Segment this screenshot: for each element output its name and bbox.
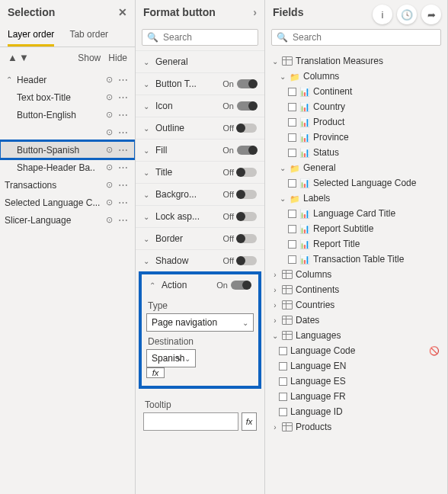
- table-columns[interactable]: ›Columns: [267, 267, 446, 282]
- format-search[interactable]: 🔍: [142, 29, 258, 46]
- tree-item-header[interactable]: ⌃ Header ⊙ ⋯: [0, 71, 135, 88]
- toggle-shadow[interactable]: [237, 256, 257, 265]
- fmt-action[interactable]: ⌃ Action On: [146, 274, 254, 296]
- table-countries[interactable]: ›Countries: [267, 297, 446, 313]
- checkbox[interactable]: [288, 225, 296, 233]
- more-icon[interactable]: ⋯: [116, 197, 130, 208]
- toggle-lock-aspect[interactable]: [237, 212, 257, 221]
- field-status[interactable]: 📊Status: [267, 145, 446, 160]
- checkbox[interactable]: [288, 133, 296, 142]
- folder-columns[interactable]: ⌄ Columns: [267, 69, 446, 84]
- visibility-icon[interactable]: ⊙: [106, 145, 113, 155]
- fmt-border[interactable]: ⌄ Border Off: [136, 227, 264, 249]
- close-selection-button[interactable]: ✕: [118, 6, 127, 18]
- destination-select[interactable]: Spanish ⌄: [146, 349, 196, 367]
- checkbox[interactable]: [279, 408, 287, 416]
- more-icon[interactable]: ⋯: [116, 109, 130, 120]
- table-dates[interactable]: ›Dates: [267, 313, 446, 328]
- field-language-code[interactable]: Language Code🚫: [267, 343, 446, 358]
- tab-layer-order[interactable]: Layer order: [8, 24, 54, 47]
- tooltip-input[interactable]: [143, 412, 238, 431]
- tree-item-textbox-title[interactable]: Text box-Title ⊙ ⋯: [0, 88, 135, 106]
- fmt-general[interactable]: ⌄ General: [136, 50, 264, 72]
- fmt-shadow[interactable]: ⌄ Shadow Off: [136, 249, 264, 271]
- checkbox[interactable]: [288, 255, 296, 264]
- checkbox[interactable]: [279, 362, 287, 370]
- more-icon[interactable]: ⋯: [116, 91, 130, 103]
- checkbox[interactable]: [279, 347, 287, 355]
- field-language-es[interactable]: Language ES: [267, 374, 446, 389]
- info-button[interactable]: i: [373, 5, 392, 24]
- tree-item-slicer-language[interactable]: Slicer-Language ⊙ ⋯: [0, 211, 135, 229]
- move-down-button[interactable]: ▼: [19, 52, 29, 63]
- checkbox[interactable]: [288, 210, 296, 218]
- fmt-button-text[interactable]: ⌄ Button T... On: [136, 72, 264, 95]
- table-translation-measures[interactable]: ⌄ Translation Measures: [267, 53, 446, 69]
- type-select[interactable]: Page navigation ⌄: [146, 313, 254, 332]
- tree-item-shape-header[interactable]: Shape-Header Ba.. ⊙ ⋯: [0, 159, 135, 176]
- folder-labels[interactable]: ⌄ Labels: [267, 191, 446, 206]
- visibility-icon[interactable]: ⊙: [106, 215, 113, 225]
- field-transaction-table-title[interactable]: 📊Transaction Table Title: [267, 252, 446, 267]
- checkbox[interactable]: [288, 88, 296, 96]
- fx-tooltip-button[interactable]: fx: [242, 412, 257, 431]
- fx-destination-button[interactable]: fx: [146, 367, 165, 378]
- field-province[interactable]: 📊Province: [267, 130, 446, 145]
- checkbox[interactable]: [288, 103, 296, 111]
- tab-tab-order[interactable]: Tab order: [69, 24, 108, 47]
- caret-icon[interactable]: ⌃: [5, 75, 14, 84]
- table-products[interactable]: ›Products: [267, 419, 446, 435]
- toggle-button-text[interactable]: [237, 79, 257, 88]
- checkbox[interactable]: [288, 179, 296, 188]
- field-language-id[interactable]: Language ID: [267, 404, 446, 419]
- tree-item-transactions[interactable]: Transactions ⊙ ⋯: [0, 176, 135, 194]
- tree-item-selected-language[interactable]: Selected Language C... ⊙ ⋯: [0, 194, 135, 211]
- toggle-action[interactable]: [231, 281, 251, 290]
- toggle-icon[interactable]: [237, 101, 257, 111]
- field-country[interactable]: 📊Country: [267, 99, 446, 114]
- field-selected-language-code[interactable]: 📊Selected Language Code: [267, 175, 446, 191]
- more-icon[interactable]: ⋯: [116, 127, 130, 138]
- more-icon[interactable]: ⋯: [116, 179, 130, 191]
- collapse-format-button[interactable]: ›: [253, 6, 257, 18]
- more-icon[interactable]: ⋯: [116, 214, 130, 226]
- more-icon[interactable]: ⋯: [116, 162, 130, 173]
- checkbox[interactable]: [288, 118, 296, 127]
- toggle-fill[interactable]: [237, 146, 257, 155]
- field-language-en[interactable]: Language EN: [267, 358, 446, 374]
- toggle-title[interactable]: [237, 168, 257, 177]
- fmt-lock-aspect[interactable]: ⌄ Lock asp... Off: [136, 205, 264, 227]
- fmt-background[interactable]: ⌄ Backgro... Off: [136, 183, 264, 205]
- table-languages[interactable]: ⌄Languages: [267, 328, 446, 343]
- field-continent[interactable]: 📊Continent: [267, 84, 446, 99]
- history-button[interactable]: 🕓: [397, 5, 417, 24]
- tree-item-button-english[interactable]: Button-English ⊙ ⋯: [0, 106, 135, 124]
- more-icon[interactable]: ⋯: [116, 74, 130, 85]
- share-button[interactable]: ➦: [421, 5, 441, 24]
- field-report-title[interactable]: 📊Report Title: [267, 236, 446, 252]
- table-continents[interactable]: ›Continents: [267, 282, 446, 297]
- toggle-background[interactable]: [237, 190, 257, 199]
- checkbox[interactable]: [279, 393, 287, 401]
- toggle-border[interactable]: [237, 234, 257, 243]
- field-report-subtitle[interactable]: 📊Report Subtitle: [267, 221, 446, 236]
- fmt-fill[interactable]: ⌄ Fill On: [136, 139, 264, 161]
- visibility-icon[interactable]: ⊙: [106, 92, 113, 102]
- checkbox[interactable]: [279, 377, 287, 386]
- checkbox[interactable]: [288, 149, 296, 157]
- tree-item-button-french[interactable]: Button-French ⊙ ⋯: [0, 124, 135, 141]
- visibility-icon[interactable]: ⊙: [106, 75, 113, 85]
- visibility-icon[interactable]: ⊙: [106, 162, 113, 172]
- visibility-icon[interactable]: ⊙: [106, 127, 113, 137]
- toggle-outline[interactable]: [237, 124, 257, 133]
- fmt-icon[interactable]: ⌄ Icon On: [136, 95, 264, 117]
- field-product[interactable]: 📊Product: [267, 114, 446, 130]
- folder-general[interactable]: ⌄ General: [267, 160, 446, 175]
- field-language-fr[interactable]: Language FR: [267, 389, 446, 404]
- hide-button[interactable]: Hide: [108, 53, 127, 63]
- show-button[interactable]: Show: [78, 53, 101, 63]
- move-up-button[interactable]: ▲: [8, 52, 18, 63]
- visibility-icon[interactable]: ⊙: [106, 180, 113, 190]
- visibility-icon[interactable]: ⊙: [106, 110, 113, 120]
- fields-search[interactable]: 🔍: [271, 29, 441, 46]
